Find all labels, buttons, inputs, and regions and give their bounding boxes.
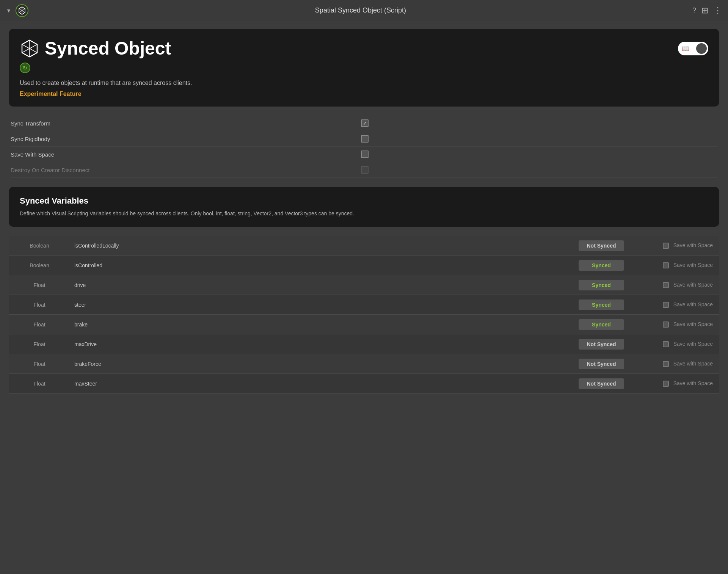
var-type: Float	[9, 322, 70, 328]
property-destroy-on-creator: Destroy On Creator Disconnect	[11, 162, 717, 178]
title-bar-left: ▼	[6, 4, 29, 17]
save-checkbox[interactable]	[663, 381, 669, 387]
header-card: Synced Object 📖 ↻ Used to create objects…	[9, 29, 719, 107]
more-icon[interactable]: ⋮	[714, 6, 722, 16]
synced-variables-description: Define which Visual Scripting Variables …	[20, 210, 708, 218]
save-checkbox[interactable]	[663, 262, 669, 268]
var-status: Not Synced	[567, 378, 635, 389]
sync-green-icon: ↻	[20, 63, 30, 73]
dropdown-arrow-icon[interactable]: ▼	[6, 8, 11, 14]
variable-row: Boolean isControlledLocally Not Synced S…	[9, 236, 719, 256]
destroy-creator-label: Destroy On Creator Disconnect	[11, 167, 361, 173]
title-bar: ▼ Spatial Synced Object (Script) ? ⊞ ⋮	[0, 0, 728, 21]
destroy-creator-checkbox	[361, 166, 369, 174]
save-label: Save with Space	[673, 301, 713, 307]
synced-variables-title: Synced Variables	[20, 196, 708, 206]
header-title: Synced Object	[45, 38, 171, 59]
status-button[interactable]: Not Synced	[579, 339, 624, 350]
sync-transform-checkbox[interactable]	[361, 119, 369, 127]
status-button[interactable]: Synced	[579, 260, 624, 271]
var-type: Float	[9, 282, 70, 288]
var-save: Save with Space	[635, 262, 719, 268]
var-save: Save with Space	[635, 341, 719, 347]
var-name: steer	[70, 302, 567, 308]
save-label: Save with Space	[673, 321, 713, 327]
variable-row: Float brake Synced Save with Space	[9, 315, 719, 334]
property-sync-rigidbody: Sync Rigidbody	[11, 131, 717, 147]
var-type: Float	[9, 381, 70, 387]
variable-row: Float maxSteer Not Synced Save with Spac…	[9, 374, 719, 394]
var-type: Boolean	[9, 262, 70, 268]
title-bar-icons: ? ⊞ ⋮	[692, 6, 722, 16]
toggle-knob	[696, 43, 707, 54]
var-status: Synced	[567, 280, 635, 290]
docs-toggle[interactable]: 📖	[678, 42, 708, 55]
save-label: Save with Space	[673, 282, 713, 288]
var-name: brakeForce	[70, 361, 567, 367]
status-button[interactable]: Synced	[579, 300, 624, 310]
var-type: Float	[9, 302, 70, 308]
save-with-space-checkbox[interactable]	[361, 151, 369, 158]
save-checkbox[interactable]	[663, 322, 669, 328]
var-status: Not Synced	[567, 240, 635, 251]
status-button[interactable]: Not Synced	[579, 359, 624, 369]
status-button[interactable]: Not Synced	[579, 378, 624, 389]
sync-rigidbody-label: Sync Rigidbody	[11, 136, 361, 142]
var-save: Save with Space	[635, 242, 719, 249]
var-save: Save with Space	[635, 380, 719, 387]
property-save-with-space: Save With Space	[11, 147, 717, 162]
var-type: Float	[9, 341, 70, 347]
help-icon[interactable]: ?	[692, 6, 696, 14]
sync-badge: ↻	[20, 63, 708, 73]
properties-section: Sync Transform Sync Rigidbody Save With …	[9, 116, 719, 178]
save-label: Save with Space	[673, 341, 713, 347]
header-description: Used to create objects at runtime that a…	[20, 78, 708, 88]
synced-variables-card: Synced Variables Define which Visual Scr…	[9, 187, 719, 227]
var-status: Not Synced	[567, 339, 635, 350]
header-title-group: Synced Object	[20, 38, 171, 59]
var-name: maxSteer	[70, 381, 567, 387]
layout-icon[interactable]: ⊞	[701, 6, 708, 16]
var-save: Save with Space	[635, 361, 719, 367]
var-status: Synced	[567, 319, 635, 330]
var-save: Save with Space	[635, 282, 719, 288]
sync-rigidbody-checkbox[interactable]	[361, 135, 369, 143]
var-name: isControlledLocally	[70, 243, 567, 249]
experimental-tag: Experimental Feature	[20, 91, 708, 97]
save-with-space-label: Save With Space	[11, 151, 361, 158]
variable-row: Float maxDrive Not Synced Save with Spac…	[9, 334, 719, 354]
save-checkbox[interactable]	[663, 341, 669, 347]
save-checkbox[interactable]	[663, 243, 669, 249]
variable-row: Float drive Synced Save with Space	[9, 275, 719, 295]
header-card-top: Synced Object 📖	[20, 38, 708, 59]
variable-row: Float brakeForce Not Synced Save with Sp…	[9, 354, 719, 374]
save-label: Save with Space	[673, 242, 713, 248]
cube-icon	[20, 39, 39, 58]
status-button[interactable]: Not Synced	[579, 240, 624, 251]
status-button[interactable]: Synced	[579, 280, 624, 290]
status-button[interactable]: Synced	[579, 319, 624, 330]
var-name: isControlled	[70, 262, 567, 268]
variable-row: Float steer Synced Save with Space	[9, 295, 719, 315]
save-label: Save with Space	[673, 262, 713, 268]
property-sync-transform: Sync Transform	[11, 116, 717, 131]
var-name: maxDrive	[70, 341, 567, 347]
var-status: Not Synced	[567, 359, 635, 369]
spatial-logo-icon	[15, 4, 29, 17]
save-checkbox[interactable]	[663, 282, 669, 288]
var-type: Boolean	[9, 243, 70, 249]
var-status: Synced	[567, 300, 635, 310]
save-checkbox[interactable]	[663, 361, 669, 367]
book-icon: 📖	[682, 45, 689, 52]
variable-row: Boolean isControlled Synced Save with Sp…	[9, 256, 719, 275]
var-save: Save with Space	[635, 321, 719, 328]
sync-transform-label: Sync Transform	[11, 120, 361, 127]
var-name: brake	[70, 322, 567, 328]
var-type: Float	[9, 361, 70, 367]
var-name: drive	[70, 282, 567, 288]
var-status: Synced	[567, 260, 635, 271]
main-content: Synced Object 📖 ↻ Used to create objects…	[0, 21, 728, 401]
var-save: Save with Space	[635, 301, 719, 308]
variables-table: Boolean isControlledLocally Not Synced S…	[9, 236, 719, 394]
save-checkbox[interactable]	[663, 302, 669, 308]
